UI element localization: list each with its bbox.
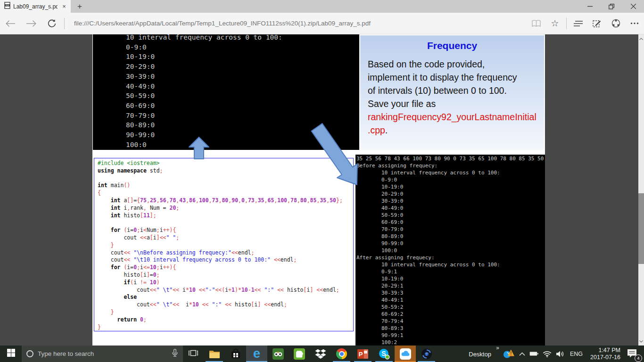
evernote-taskbar-button[interactable]: [289, 346, 310, 362]
console-line: 20-29:0: [356, 190, 545, 197]
console-line: Before assigning frequecy:: [356, 162, 545, 169]
console-line: 30-39:0: [126, 72, 359, 82]
tab-title: Lab09_array_s.pdf: [13, 3, 58, 10]
console-line: 90-99:0: [126, 130, 359, 140]
apple-software-update-icon: [421, 348, 432, 360]
restore-icon[interactable]: [601, 0, 622, 13]
code-line: else: [98, 294, 353, 301]
console-line: 100:0: [126, 140, 359, 150]
scroll-down-icon[interactable]: [638, 338, 644, 345]
code-line: cout<< "\t10 interval frequency across 0…: [98, 256, 353, 264]
console-line: 40-49:0: [126, 82, 359, 91]
code-line: cout<<" \t"<< i*10 <<"-"<<(i+1)*10-1<< "…: [98, 287, 353, 294]
toolbar-expand-chevron[interactable]: »: [496, 345, 499, 351]
scroll-up-icon[interactable]: [638, 35, 644, 42]
code-line: {: [98, 189, 353, 197]
console-line: 70-79:0: [126, 111, 359, 121]
code-line: [98, 175, 353, 182]
powerpoint-taskbar-button[interactable]: P: [352, 346, 373, 362]
panel-text-line: Based on the code provided,: [368, 59, 485, 69]
share-icon[interactable]: [606, 19, 625, 28]
console-line: 10-19:0: [356, 275, 545, 282]
pdf-viewer: 10 interval frequency across 0 to 100:0-…: [0, 34, 644, 346]
refresh-icon[interactable]: [41, 19, 62, 28]
code-line: }: [98, 242, 353, 249]
microsoft-store-taskbar-button[interactable]: [225, 346, 246, 362]
console-line: 80-89:0: [126, 120, 359, 130]
minimize-icon[interactable]: [579, 0, 601, 13]
favorites-star-icon[interactable]: ☆: [545, 19, 564, 28]
console-line: 20-29:1: [356, 282, 545, 289]
console-line: 60-69:0: [126, 101, 359, 111]
window-controls: [579, 0, 644, 13]
search-placeholder: Type here to search: [38, 350, 167, 357]
chrome-taskbar-button[interactable]: [331, 346, 352, 362]
url-field[interactable]: file:///C:/Users/keerat/AppData/Local/Te…: [74, 20, 527, 27]
skype-taskbar-button[interactable]: S: [373, 346, 395, 362]
console-line: 30-39:0: [356, 197, 545, 205]
console-line: 40-49:0: [356, 205, 545, 212]
task-view-icon: [189, 349, 198, 359]
file-explorer-taskbar-button[interactable]: [204, 346, 225, 362]
forward-icon[interactable]: [21, 20, 41, 27]
save-filename: rankingFrequency92_yourLastnameInitial.c…: [368, 112, 537, 135]
apple-software-update-taskbar-button[interactable]: [416, 346, 437, 362]
panel-text-line: Save your file as: [368, 99, 436, 109]
reading-view-icon[interactable]: [527, 20, 545, 27]
taskbar: Type here to search ePS » Desktop ENG 1:…: [0, 346, 644, 362]
hub-icon[interactable]: [569, 20, 587, 27]
console-line: 50-59:0: [126, 91, 359, 101]
close-icon[interactable]: [622, 0, 644, 13]
taskbar-apps: ePS: [204, 346, 437, 362]
browser-tab[interactable]: PDF Lab09_array_s.pdf ×: [0, 0, 71, 13]
web-note-icon[interactable]: [587, 19, 606, 28]
code-line: int a[]={75,25,56,78,43,86,100,73,80,90,…: [98, 197, 353, 205]
wifi-icon[interactable]: [543, 351, 552, 357]
taskbar-search-input[interactable]: Type here to search: [22, 346, 183, 362]
cortana-circle-icon: [26, 350, 33, 357]
desktop-label: Desktop: [469, 351, 491, 358]
language-indicator[interactable]: ENG: [569, 351, 584, 357]
dropbox-taskbar-button[interactable]: [310, 346, 331, 362]
tripadvisor-icon: [272, 348, 284, 360]
code-line: }: [98, 309, 353, 316]
battery-icon[interactable]: [529, 351, 538, 356]
tripadvisor-taskbar-button[interactable]: [267, 346, 289, 362]
code-line: if(i != 10): [98, 279, 353, 287]
volume-icon[interactable]: [556, 351, 564, 357]
console-line: 60-69:0: [356, 219, 545, 226]
powerpoint-icon: P: [357, 349, 369, 359]
new-tab-button[interactable]: +: [72, 0, 88, 13]
warning-overlay-icon[interactable]: [503, 349, 515, 359]
console-line: 50-59:2: [356, 304, 545, 311]
start-button[interactable]: [0, 346, 22, 362]
edge-taskbar-button[interactable]: e: [246, 346, 267, 362]
divider: [566, 18, 567, 29]
tab-close-icon[interactable]: ×: [60, 3, 68, 10]
scrollbar-thumb[interactable]: [638, 193, 644, 264]
edge-browser-window: PDF Lab09_array_s.pdf × + file:///C:/Use…: [0, 0, 644, 362]
dropbox-icon: [315, 349, 326, 359]
clock[interactable]: 1:47 PM 2017-07-16: [588, 347, 622, 361]
action-center-button[interactable]: 4: [627, 348, 639, 360]
console-line: 90-99:0: [356, 240, 545, 247]
notification-badge: 4: [635, 354, 642, 362]
console-line: 80-89:0: [356, 233, 545, 240]
console-line: 10 interval frequency across 0 to 100:: [356, 169, 545, 176]
address-bar: file:///C:/Users/keerat/AppData/Local/Te…: [0, 13, 644, 34]
console-line: 0-9:1: [356, 268, 545, 275]
code-line: int i,rank, Num = 20;: [98, 205, 353, 212]
more-options-icon[interactable]: [625, 22, 644, 25]
console-line: 10 interval frequency across 0 to 100:: [126, 34, 359, 42]
frequency-panel: Frequency Based on the code provided,imp…: [360, 35, 544, 150]
task-view-button[interactable]: [183, 346, 204, 362]
desktop-toolbar[interactable]: » Desktop: [469, 350, 499, 358]
hidden-icons-chevron[interactable]: [519, 352, 525, 356]
scrollbar[interactable]: [638, 34, 644, 346]
back-icon[interactable]: [0, 20, 21, 27]
microphone-icon[interactable]: [172, 349, 178, 359]
file-explorer-icon: [209, 349, 220, 359]
icloud-taskbar-button[interactable]: [395, 346, 416, 362]
system-tray: » Desktop ENG 1:47 PM 2017-07-16 4: [469, 346, 644, 362]
console-line: 10-19:0: [126, 52, 359, 62]
